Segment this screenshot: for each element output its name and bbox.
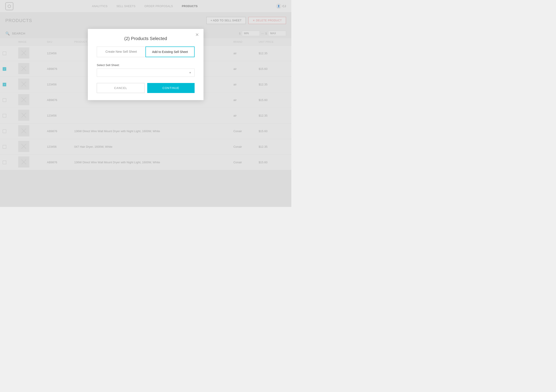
select-sell-sheet-label: Select Sell Sheet:: [97, 63, 195, 67]
sell-sheet-select-wrap: ▼: [97, 69, 195, 77]
tab-add-existing[interactable]: Add to Existing Sell Sheet: [146, 47, 195, 57]
modal-overlay: ✕ (2) Products Selected Create New Sell …: [0, 0, 291, 207]
add-to-sell-sheet-modal: ✕ (2) Products Selected Create New Sell …: [88, 29, 203, 100]
modal-close-button[interactable]: ✕: [195, 32, 199, 37]
tab-create-new[interactable]: Create New Sell Sheet: [97, 47, 146, 57]
modal-title: (2) Products Selected: [97, 36, 195, 41]
modal-actions: CANCEL CONTINUE: [97, 83, 195, 93]
modal-tabs: Create New Sell Sheet Add to Existing Se…: [97, 47, 195, 57]
cancel-button[interactable]: CANCEL: [97, 83, 145, 93]
continue-button[interactable]: CONTINUE: [147, 83, 195, 93]
sell-sheet-select[interactable]: [97, 69, 195, 77]
